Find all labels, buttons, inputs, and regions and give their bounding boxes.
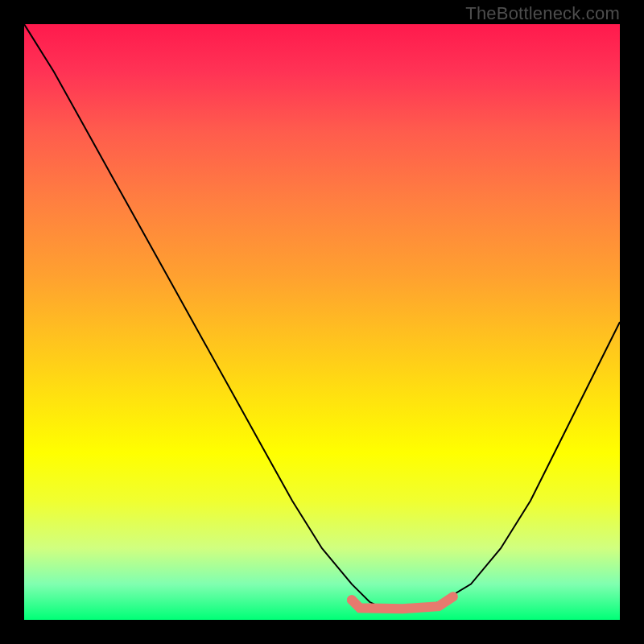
curve-layer (24, 24, 620, 620)
chart-container: TheBottleneck.com (0, 0, 644, 644)
highlight-dot-left (347, 595, 357, 605)
v-curve (24, 24, 620, 608)
watermark-text: TheBottleneck.com (465, 3, 620, 24)
